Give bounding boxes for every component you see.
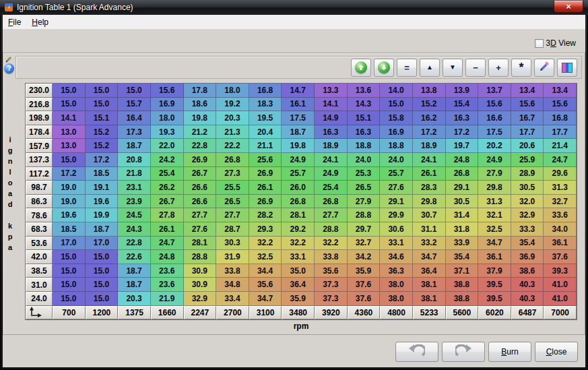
table-cell[interactable]: 31.9 — [216, 250, 249, 264]
table-cell[interactable]: 18.0 — [216, 84, 249, 98]
table-cell[interactable]: 18.8 — [348, 139, 381, 153]
table-cell[interactable]: 33.1 — [282, 250, 315, 264]
table-cell[interactable]: 24.7 — [151, 237, 184, 251]
rpm-col-header[interactable]: 700 — [53, 306, 86, 320]
load-row-header[interactable]: 98.7 — [26, 181, 53, 195]
table-cell[interactable]: 36.4 — [413, 264, 446, 278]
table-cell[interactable]: 18.5 — [86, 167, 119, 181]
rpm-col-header[interactable]: 4800 — [380, 306, 413, 320]
table-cell[interactable]: 17.5 — [282, 111, 315, 125]
table-cell[interactable]: 35.9 — [348, 264, 381, 278]
table-cell[interactable]: 24.9 — [282, 153, 315, 167]
table-cell[interactable]: 27.7 — [315, 208, 348, 222]
table-cell[interactable]: 26.1 — [413, 167, 446, 181]
table-cell[interactable]: 27.6 — [184, 222, 217, 237]
table-cell[interactable]: 37.6 — [544, 250, 577, 264]
axis-swap-icon[interactable] — [26, 306, 53, 320]
table-cell[interactable]: 15.0 — [53, 292, 86, 306]
table-cell[interactable]: 16.4 — [118, 111, 151, 125]
table-cell[interactable]: 15.0 — [53, 84, 86, 98]
table-cell[interactable]: 28.2 — [249, 208, 282, 222]
table-cell[interactable]: 15.0 — [53, 98, 86, 112]
table-cell[interactable]: 18.7 — [118, 139, 151, 153]
table-cell[interactable]: 24.1 — [413, 153, 446, 167]
table-cell[interactable]: 15.0 — [86, 292, 119, 306]
table-cell[interactable]: 35.6 — [249, 278, 282, 292]
table-cell[interactable]: 15.6 — [151, 84, 184, 98]
table-cell[interactable]: 25.9 — [511, 153, 544, 167]
table-cell[interactable]: 14.9 — [315, 111, 348, 125]
table-cell[interactable]: 26.8 — [446, 167, 479, 181]
table-cell[interactable]: 13.3 — [315, 84, 348, 98]
table-cell[interactable]: 14.1 — [53, 111, 86, 125]
table-cell[interactable]: 17.8 — [184, 84, 217, 98]
table-cell[interactable]: 28.9 — [511, 167, 544, 181]
table-cell[interactable]: 38.8 — [446, 292, 479, 306]
table-cell[interactable]: 27.7 — [216, 208, 249, 222]
close-button[interactable]: × — [554, 1, 583, 13]
load-row-header[interactable]: 86.3 — [26, 195, 53, 209]
table-cell[interactable]: 15.0 — [86, 84, 119, 98]
table-cell[interactable]: 15.0 — [380, 98, 413, 112]
table-cell[interactable]: 36.3 — [380, 264, 413, 278]
table-cell[interactable]: 13.4 — [511, 84, 544, 98]
table-cell[interactable]: 15.0 — [53, 264, 86, 278]
table-cell[interactable]: 33.8 — [216, 264, 249, 278]
table-cell[interactable]: 19.5 — [249, 111, 282, 125]
undo-button[interactable] — [395, 342, 438, 362]
table-cell[interactable]: 22.0 — [151, 139, 184, 153]
table-cell[interactable]: 24.9 — [315, 167, 348, 181]
table-cell[interactable]: 35.4 — [446, 250, 479, 264]
table-cell[interactable]: 32.5 — [478, 222, 511, 237]
table-cell[interactable]: 28.7 — [216, 222, 249, 237]
table-cell[interactable]: 29.8 — [413, 195, 446, 209]
table-cell[interactable]: 33.4 — [216, 292, 249, 306]
rpm-col-header[interactable]: 3920 — [315, 306, 348, 320]
table-cell[interactable]: 19.8 — [282, 139, 315, 153]
table-cell[interactable]: 37.9 — [478, 264, 511, 278]
burn-button[interactable]: Burn — [488, 342, 531, 362]
table-cell[interactable]: 17.2 — [446, 125, 479, 140]
redo-button[interactable] — [442, 342, 485, 362]
table-cell[interactable]: 13.0 — [53, 139, 86, 153]
decrease-button[interactable]: ▼ — [443, 59, 463, 77]
table-cell[interactable]: 34.8 — [216, 278, 249, 292]
rpm-col-header[interactable]: 5233 — [413, 306, 446, 320]
table-cell[interactable]: 18.7 — [282, 125, 315, 140]
table-cell[interactable]: 29.1 — [446, 181, 479, 195]
table-cell[interactable]: 23.6 — [151, 264, 184, 278]
table-cell[interactable]: 16.3 — [348, 125, 381, 140]
load-row-header[interactable]: 53.6 — [26, 237, 53, 251]
table-cell[interactable]: 14.0 — [380, 84, 413, 98]
table-cell[interactable]: 30.3 — [216, 237, 249, 251]
table-cell[interactable]: 15.0 — [86, 250, 119, 264]
rpm-col-header[interactable]: 1375 — [118, 306, 151, 320]
table-cell[interactable]: 13.4 — [544, 84, 577, 98]
table-cell[interactable]: 15.6 — [478, 98, 511, 112]
table-cell[interactable]: 33.6 — [544, 208, 577, 222]
table-cell[interactable]: 20.4 — [249, 125, 282, 140]
table-cell[interactable]: 32.5 — [249, 250, 282, 264]
table-cell[interactable]: 13.9 — [446, 84, 479, 98]
rpm-col-header[interactable]: 3480 — [282, 306, 315, 320]
table-cell[interactable]: 25.4 — [315, 181, 348, 195]
table-cell[interactable]: 24.3 — [118, 222, 151, 237]
table-cell[interactable]: 13.0 — [53, 125, 86, 140]
load-row-header[interactable]: 24.0 — [26, 292, 53, 306]
table-cell[interactable]: 33.1 — [380, 237, 413, 251]
table-cell[interactable]: 37.1 — [446, 264, 479, 278]
table-cell[interactable]: 39.5 — [478, 292, 511, 306]
table-cell[interactable]: 14.3 — [348, 98, 381, 112]
load-row-header[interactable]: 31.0 — [26, 278, 53, 292]
table-cell[interactable]: 19.2 — [216, 98, 249, 112]
table-cell[interactable]: 16.9 — [151, 98, 184, 112]
titlebar[interactable]: Ignition Table 1 (Spark Advance) × — [0, 0, 588, 15]
table-cell[interactable]: 18.0 — [151, 111, 184, 125]
table-cell[interactable]: 28.1 — [282, 208, 315, 222]
table-cell[interactable]: 13.7 — [478, 84, 511, 98]
view3d-checkbox[interactable] — [535, 39, 544, 48]
table-cell[interactable]: 15.4 — [446, 98, 479, 112]
table-cell[interactable]: 26.7 — [151, 195, 184, 209]
table-cell[interactable]: 15.2 — [413, 98, 446, 112]
table-cell[interactable]: 17.0 — [53, 237, 86, 251]
